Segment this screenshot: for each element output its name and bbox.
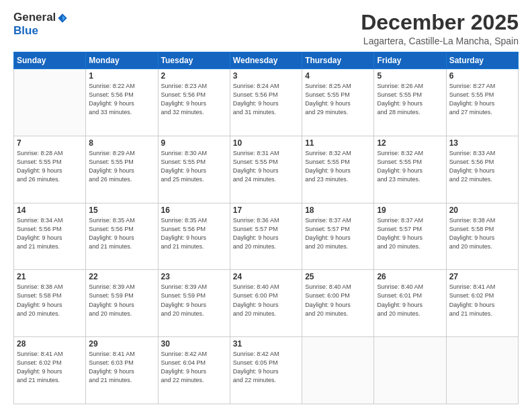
month-title: December 2025 xyxy=(361,11,519,34)
calendar-cell: 11Sunrise: 8:32 AM Sunset: 5:55 PM Dayli… xyxy=(302,136,374,203)
day-number: 30 xyxy=(161,339,227,349)
day-info: Sunrise: 8:40 AM Sunset: 6:00 PM Dayligh… xyxy=(233,283,299,318)
calendar-cell: 12Sunrise: 8:32 AM Sunset: 5:55 PM Dayli… xyxy=(374,136,446,203)
calendar-cell: 15Sunrise: 8:35 AM Sunset: 5:56 PM Dayli… xyxy=(86,203,158,270)
calendar-cell: 1Sunrise: 8:22 AM Sunset: 5:56 PM Daylig… xyxy=(86,69,158,136)
calendar-cell: 2Sunrise: 8:23 AM Sunset: 5:56 PM Daylig… xyxy=(158,69,230,136)
day-info: Sunrise: 8:40 AM Sunset: 6:00 PM Dayligh… xyxy=(305,283,371,318)
day-number: 6 xyxy=(449,71,515,81)
header: General Blue December 2025 Lagartera, Ca… xyxy=(13,11,519,46)
weekday-header-monday: Monday xyxy=(86,52,158,69)
day-number: 19 xyxy=(377,205,443,215)
day-number: 2 xyxy=(161,71,227,81)
day-info: Sunrise: 8:24 AM Sunset: 5:56 PM Dayligh… xyxy=(233,82,299,117)
day-number: 17 xyxy=(233,205,299,215)
day-info: Sunrise: 8:23 AM Sunset: 5:56 PM Dayligh… xyxy=(161,82,227,117)
day-number: 7 xyxy=(17,138,83,148)
day-info: Sunrise: 8:42 AM Sunset: 6:04 PM Dayligh… xyxy=(161,350,227,385)
weekday-header-sunday: Sunday xyxy=(14,52,86,69)
day-info: Sunrise: 8:32 AM Sunset: 5:55 PM Dayligh… xyxy=(377,149,443,184)
day-info: Sunrise: 8:25 AM Sunset: 5:55 PM Dayligh… xyxy=(305,82,371,117)
calendar-cell: 20Sunrise: 8:38 AM Sunset: 5:58 PM Dayli… xyxy=(446,203,518,270)
calendar-header-row: SundayMondayTuesdayWednesdayThursdayFrid… xyxy=(14,52,519,69)
calendar-cell: 26Sunrise: 8:40 AM Sunset: 6:01 PM Dayli… xyxy=(374,270,446,337)
day-number: 26 xyxy=(377,272,443,281)
day-info: Sunrise: 8:28 AM Sunset: 5:55 PM Dayligh… xyxy=(17,149,83,184)
calendar-week-row: 1Sunrise: 8:22 AM Sunset: 5:56 PM Daylig… xyxy=(14,69,519,136)
calendar-cell: 29Sunrise: 8:41 AM Sunset: 6:03 PM Dayli… xyxy=(86,337,158,404)
calendar-week-row: 7Sunrise: 8:28 AM Sunset: 5:55 PM Daylig… xyxy=(14,136,519,203)
day-number: 3 xyxy=(233,71,299,81)
day-info: Sunrise: 8:22 AM Sunset: 5:56 PM Dayligh… xyxy=(89,82,154,117)
day-info: Sunrise: 8:38 AM Sunset: 5:58 PM Dayligh… xyxy=(449,216,515,251)
day-number: 13 xyxy=(449,138,515,148)
calendar-cell: 25Sunrise: 8:40 AM Sunset: 6:00 PM Dayli… xyxy=(302,270,374,337)
day-info: Sunrise: 8:27 AM Sunset: 5:55 PM Dayligh… xyxy=(449,82,515,117)
calendar-cell: 5Sunrise: 8:26 AM Sunset: 5:55 PM Daylig… xyxy=(374,69,446,136)
calendar-cell: 17Sunrise: 8:36 AM Sunset: 5:57 PM Dayli… xyxy=(230,203,302,270)
calendar-cell xyxy=(446,337,518,404)
weekday-header-thursday: Thursday xyxy=(302,52,374,69)
calendar-cell: 4Sunrise: 8:25 AM Sunset: 5:55 PM Daylig… xyxy=(302,69,374,136)
day-info: Sunrise: 8:39 AM Sunset: 5:59 PM Dayligh… xyxy=(161,283,227,318)
weekday-header-saturday: Saturday xyxy=(446,52,518,69)
calendar-cell: 18Sunrise: 8:37 AM Sunset: 5:57 PM Dayli… xyxy=(302,203,374,270)
day-number: 12 xyxy=(377,138,443,148)
calendar-cell: 23Sunrise: 8:39 AM Sunset: 5:59 PM Dayli… xyxy=(158,270,230,337)
day-info: Sunrise: 8:33 AM Sunset: 5:56 PM Dayligh… xyxy=(449,149,515,184)
day-info: Sunrise: 8:29 AM Sunset: 5:55 PM Dayligh… xyxy=(89,149,154,184)
day-info: Sunrise: 8:35 AM Sunset: 5:56 PM Dayligh… xyxy=(161,216,227,251)
day-number: 1 xyxy=(89,71,154,81)
calendar-cell: 16Sunrise: 8:35 AM Sunset: 5:56 PM Dayli… xyxy=(158,203,230,270)
calendar-cell: 7Sunrise: 8:28 AM Sunset: 5:55 PM Daylig… xyxy=(14,136,86,203)
calendar-cell: 31Sunrise: 8:42 AM Sunset: 6:05 PM Dayli… xyxy=(230,337,302,404)
calendar-cell xyxy=(14,69,86,136)
day-info: Sunrise: 8:41 AM Sunset: 6:03 PM Dayligh… xyxy=(89,350,154,385)
day-number: 29 xyxy=(89,339,154,349)
weekday-header-wednesday: Wednesday xyxy=(230,52,302,69)
day-number: 8 xyxy=(89,138,154,148)
day-number: 11 xyxy=(305,138,371,148)
day-info: Sunrise: 8:38 AM Sunset: 5:58 PM Dayligh… xyxy=(17,283,83,318)
day-number: 4 xyxy=(305,71,371,81)
logo-text: General Blue xyxy=(13,11,68,37)
day-number: 23 xyxy=(161,272,227,281)
day-number: 31 xyxy=(233,339,299,349)
day-info: Sunrise: 8:42 AM Sunset: 6:05 PM Dayligh… xyxy=(233,350,299,385)
day-number: 28 xyxy=(17,339,83,349)
day-info: Sunrise: 8:41 AM Sunset: 6:02 PM Dayligh… xyxy=(17,350,83,385)
calendar-week-row: 28Sunrise: 8:41 AM Sunset: 6:02 PM Dayli… xyxy=(14,337,519,404)
logo-general: General xyxy=(13,11,68,24)
day-number: 14 xyxy=(17,205,83,215)
calendar-cell: 21Sunrise: 8:38 AM Sunset: 5:58 PM Dayli… xyxy=(14,270,86,337)
day-info: Sunrise: 8:32 AM Sunset: 5:55 PM Dayligh… xyxy=(305,149,371,184)
page: General Blue December 2025 Lagartera, Ca… xyxy=(0,0,532,411)
calendar-cell: 28Sunrise: 8:41 AM Sunset: 6:02 PM Dayli… xyxy=(14,337,86,404)
location: Lagartera, Castille-La Mancha, Spain xyxy=(361,36,519,46)
weekday-header-friday: Friday xyxy=(374,52,446,69)
day-info: Sunrise: 8:34 AM Sunset: 5:56 PM Dayligh… xyxy=(17,216,83,251)
day-number: 9 xyxy=(161,138,227,148)
calendar-cell: 27Sunrise: 8:41 AM Sunset: 6:02 PM Dayli… xyxy=(446,270,518,337)
logo: General Blue xyxy=(13,11,68,37)
day-number: 25 xyxy=(305,272,371,281)
calendar-week-row: 21Sunrise: 8:38 AM Sunset: 5:58 PM Dayli… xyxy=(14,270,519,337)
calendar-cell xyxy=(374,337,446,404)
day-number: 10 xyxy=(233,138,299,148)
day-number: 18 xyxy=(305,205,371,215)
calendar-cell: 9Sunrise: 8:30 AM Sunset: 5:55 PM Daylig… xyxy=(158,136,230,203)
day-number: 21 xyxy=(17,272,83,281)
day-number: 15 xyxy=(89,205,154,215)
weekday-header-tuesday: Tuesday xyxy=(158,52,230,69)
day-number: 20 xyxy=(449,205,515,215)
calendar-cell: 14Sunrise: 8:34 AM Sunset: 5:56 PM Dayli… xyxy=(14,203,86,270)
day-info: Sunrise: 8:36 AM Sunset: 5:57 PM Dayligh… xyxy=(233,216,299,251)
calendar-cell: 8Sunrise: 8:29 AM Sunset: 5:55 PM Daylig… xyxy=(86,136,158,203)
day-number: 27 xyxy=(449,272,515,281)
day-info: Sunrise: 8:37 AM Sunset: 5:57 PM Dayligh… xyxy=(377,216,443,251)
day-info: Sunrise: 8:40 AM Sunset: 6:01 PM Dayligh… xyxy=(377,283,443,318)
calendar-cell: 19Sunrise: 8:37 AM Sunset: 5:57 PM Dayli… xyxy=(374,203,446,270)
calendar-table: SundayMondayTuesdayWednesdayThursdayFrid… xyxy=(13,52,519,404)
day-info: Sunrise: 8:41 AM Sunset: 6:02 PM Dayligh… xyxy=(449,283,515,318)
day-info: Sunrise: 8:26 AM Sunset: 5:55 PM Dayligh… xyxy=(377,82,443,117)
